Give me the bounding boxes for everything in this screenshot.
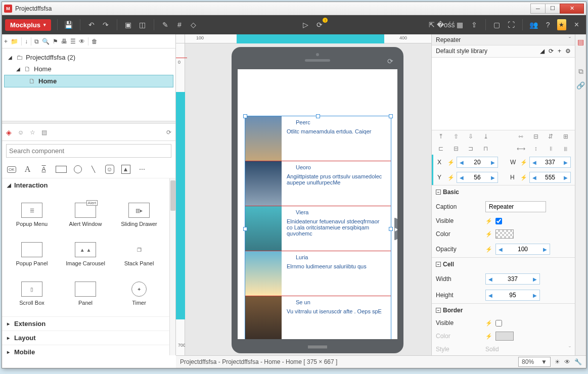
resize-handle[interactable] — [389, 227, 393, 231]
repeater-cell[interactable]: UeoroAngiittpistate prus orttsulv usamed… — [245, 161, 391, 206]
tree-item-home[interactable]: ◢ 🗋 Home — [4, 63, 173, 75]
brand-menu[interactable]: Mockplus — [5, 19, 51, 31]
ungroup-icon[interactable]: ◫ — [138, 20, 148, 30]
add-column-button[interactable]: ▸ — [394, 218, 397, 240]
comp-scroll-box[interactable]: ▯Scroll Box — [5, 274, 59, 313]
link-icon[interactable]: ⧉ — [34, 38, 39, 45]
device-refresh-icon[interactable]: ⟳ — [387, 57, 393, 65]
resize-handle[interactable] — [316, 114, 320, 118]
align-top-icon[interactable]: ⤒ — [436, 132, 446, 141]
caption-input[interactable] — [485, 201, 546, 212]
distribute-v-icon[interactable]: ⇵ — [546, 132, 556, 141]
section-basic[interactable]: Basic — [443, 189, 459, 196]
textarea-icon[interactable]: A — [39, 165, 49, 174]
style-refresh-icon[interactable]: ⟳ — [549, 48, 554, 55]
help-icon[interactable]: ? — [543, 20, 553, 30]
align-down-icon[interactable]: ⇩ — [466, 132, 476, 141]
repeater-cell[interactable]: Se unVu vitrralu ut iseruscdr afte . Oep… — [245, 296, 391, 339]
new-folder-icon[interactable]: 📁 — [11, 38, 18, 45]
space-h-icon[interactable]: ⫴ — [546, 145, 556, 153]
comp-panel[interactable]: Panel — [59, 274, 112, 313]
y-input[interactable]: ◀▶ — [457, 172, 498, 183]
line-icon[interactable]: ╲ — [89, 165, 98, 174]
cell-width-input[interactable]: ◀▶ — [485, 273, 540, 285]
close-button[interactable]: ✕ — [560, 4, 584, 14]
x-input[interactable]: ◀▶ — [457, 157, 498, 168]
button-shape-icon[interactable]: OK — [7, 166, 16, 173]
more-shape-icon[interactable]: ⋯ — [138, 165, 147, 174]
group-icon[interactable]: ▣ — [123, 20, 133, 30]
paint-icon[interactable]: ◇ — [189, 20, 199, 30]
section-extension[interactable]: ▸Extension — [2, 317, 175, 331]
align-right-icon[interactable]: ⊐ — [466, 145, 476, 153]
section-interaction[interactable]: ◢Interaction — [2, 178, 175, 192]
save-icon[interactable]: 💾 — [64, 20, 74, 30]
align-vtop-icon[interactable]: ⊓ — [481, 145, 491, 153]
tab-interactions-icon[interactable]: ⧉ — [576, 67, 585, 76]
h-input[interactable]: ◀▶ — [529, 172, 571, 183]
align-left-icon[interactable]: ⊏ — [436, 145, 446, 153]
format-painter-icon[interactable]: ✎ — [160, 20, 170, 30]
repeater-cell[interactable]: PeercOtlitc mameamdula ertdua. Caiqer — [245, 116, 391, 161]
comp-sliding-drawer[interactable]: ▥▸Sliding Drawer — [112, 195, 166, 235]
smiley-icon[interactable]: ☺ — [105, 165, 114, 174]
apps-icon[interactable]: ▦ — [455, 20, 465, 30]
redo-icon[interactable]: ↷ — [101, 20, 111, 30]
tab-links-icon[interactable]: 🔗 — [576, 81, 585, 90]
color-swatch[interactable] — [495, 229, 514, 239]
collapse-icon[interactable]: ˇ — [569, 36, 571, 43]
align-hcenter-icon[interactable]: ⊟ — [451, 145, 461, 153]
align-center-v-icon[interactable]: ⊞ — [561, 132, 571, 141]
flag-icon[interactable]: ⚑ — [53, 38, 58, 45]
cell-height-input[interactable]: ◀▶ — [485, 290, 540, 301]
border-visible-checkbox[interactable] — [495, 320, 502, 326]
device-screen[interactable]: PeercOtlitc mameamdula ertdua. Caiqer Ue… — [238, 69, 397, 339]
section-layout[interactable]: ▸Layout — [2, 331, 175, 345]
team-icon[interactable]: 👥 — [529, 20, 539, 30]
rect-icon[interactable] — [56, 166, 67, 173]
align-center-h-icon[interactable]: ⊟ — [531, 132, 541, 141]
fit-icon[interactable]: ▢ — [492, 20, 502, 30]
style-settings-icon[interactable]: ⚙ — [565, 48, 571, 55]
section-mobile[interactable]: ▸Mobile — [2, 345, 175, 355]
canvas[interactable]: ⟳ PeercOtlitc mameamdula ertdua. Caiqer … — [185, 43, 431, 355]
search-input[interactable] — [6, 144, 171, 158]
eye-icon[interactable]: 👁 — [79, 38, 85, 45]
share-icon[interactable]: �ośś — [441, 20, 451, 30]
repeater-component[interactable]: PeercOtlitc mameamdula ertdua. Caiqer Ue… — [245, 116, 391, 339]
resize-handle[interactable] — [243, 114, 247, 118]
resize-handle[interactable] — [389, 114, 393, 118]
new-page-icon[interactable]: + — [4, 38, 8, 45]
grid-icon[interactable]: # — [174, 20, 185, 30]
star-icon[interactable]: ★ — [557, 19, 566, 30]
zoom-select[interactable]: 80%▼ — [518, 357, 551, 367]
image-icon[interactable]: ▲ — [121, 165, 130, 174]
space-v-icon[interactable]: ⫼ — [561, 145, 571, 153]
same-width-icon[interactable]: ⟷ — [516, 145, 526, 153]
upload-icon[interactable]: ⇪ — [469, 20, 479, 30]
tab-properties-icon[interactable]: ▤ — [576, 37, 585, 46]
emoji-tab-icon[interactable]: ☺ — [18, 129, 24, 136]
tree-item-home-selected[interactable]: 🗋 Home — [4, 75, 173, 87]
down-icon[interactable]: ↓ — [25, 38, 28, 45]
comp-image-carousel[interactable]: ▲ ▲Image Carousel — [59, 235, 112, 274]
sync-icon[interactable]: ⟳! — [314, 20, 325, 30]
comp-popup-panel[interactable]: Popup Panel — [5, 235, 59, 274]
section-cell[interactable]: Cell — [443, 261, 454, 268]
panel-close-icon[interactable]: × — [570, 20, 583, 29]
fullscreen-icon[interactable]: ⛶ — [506, 20, 516, 30]
undo-icon[interactable]: ↶ — [86, 20, 97, 30]
list-icon[interactable]: ☰ — [70, 38, 76, 45]
comp-alert-window[interactable]: AlertAlert Window — [59, 195, 112, 235]
tree-root[interactable]: ◢ 🗀 Projectdffsfsa (2) — [4, 52, 173, 63]
distribute-h-icon[interactable]: ⇿ — [516, 132, 526, 141]
comp-timer[interactable]: ✦Timer — [112, 274, 166, 313]
style-dropdown-icon[interactable]: ◢ — [540, 48, 545, 55]
repeater-cell[interactable]: LuriaElrnmo ludimeerur saluriibtu qus — [245, 251, 391, 296]
comp-popup-menu[interactable]: ☰Popup Menu — [5, 195, 59, 235]
visible-checkbox[interactable] — [495, 218, 502, 224]
maximize-button[interactable]: ☐ — [545, 4, 560, 14]
resize-handle[interactable] — [243, 227, 247, 231]
opacity-input[interactable]: ◀▶ — [495, 244, 550, 255]
favorites-tab-icon[interactable]: ☆ — [30, 129, 35, 136]
